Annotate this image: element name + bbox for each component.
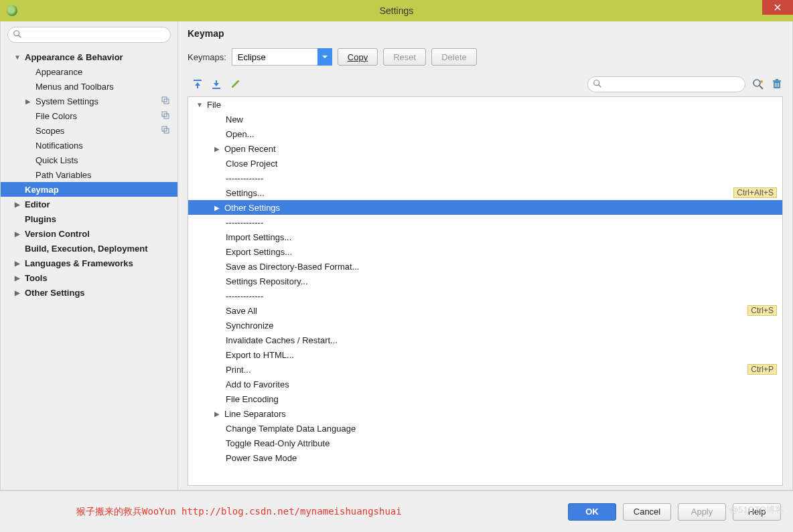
- sidebar-item-path-variables[interactable]: Path Variables: [1, 167, 177, 182]
- action-row[interactable]: New: [188, 112, 782, 126]
- shortcut-badge: Ctrl+S: [747, 305, 777, 316]
- sidebar-item-scopes[interactable]: Scopes: [1, 123, 177, 138]
- action-row[interactable]: Change Template Data Language: [188, 421, 782, 436]
- svg-point-15: [753, 80, 760, 86]
- sidebar-item-label: Build, Execution, Deployment: [22, 244, 147, 254]
- sidebar-item-label: Keymap: [22, 185, 59, 195]
- action-row[interactable]: Settings Repository...: [188, 274, 782, 288]
- action-tree: ▼FileNewOpen...▶Open RecentClose Project…: [188, 96, 783, 486]
- scope-icon: [161, 111, 169, 119]
- expand-all-icon[interactable]: [192, 78, 204, 90]
- sidebar-item-appearance-behavior[interactable]: ▼Appearance & Behavior: [1, 50, 177, 64]
- action-row[interactable]: Print...Ctrl+P: [188, 362, 782, 377]
- action-row[interactable]: Close Project: [188, 156, 782, 171]
- action-row[interactable]: Power Save Mode: [188, 450, 782, 465]
- svg-rect-11: [216, 80, 217, 84]
- action-row[interactable]: Save AllCtrl+S: [188, 303, 782, 318]
- action-row[interactable]: -------------: [188, 171, 782, 185]
- sidebar-item-system-settings[interactable]: ▶System Settings: [1, 94, 177, 108]
- action-row[interactable]: Toggle Read-Only Attribute: [188, 436, 782, 450]
- svg-rect-20: [776, 79, 778, 80]
- sidebar-item-tools[interactable]: ▶Tools: [1, 270, 177, 285]
- sidebar-item-editor[interactable]: ▶Editor: [1, 197, 177, 211]
- action-row[interactable]: Export to HTML...: [188, 347, 782, 362]
- sidebar-search: [7, 27, 171, 43]
- trash-icon[interactable]: [771, 78, 783, 90]
- copy-button-label: Copy: [348, 52, 368, 62]
- action-row[interactable]: Export Settings...: [188, 244, 782, 259]
- find-by-shortcut-icon[interactable]: [752, 78, 764, 90]
- action-row[interactable]: ▶Line Separators: [188, 406, 782, 421]
- search-icon: [13, 29, 22, 39]
- sidebar-item-quick-lists[interactable]: Quick Lists: [1, 153, 177, 167]
- sidebar-item-plugins[interactable]: Plugins: [1, 211, 177, 226]
- sidebar-item-version-control[interactable]: ▶Version Control: [1, 226, 177, 241]
- reset-button[interactable]: Reset: [383, 48, 426, 66]
- action-label: Change Template Data Language: [223, 424, 782, 434]
- sidebar-item-keymap[interactable]: Keymap: [1, 182, 177, 197]
- action-row[interactable]: -------------: [188, 288, 782, 303]
- keymaps-combo[interactable]: [232, 48, 332, 66]
- action-row[interactable]: Add to Favorites: [188, 377, 782, 391]
- sidebar-item-file-colors[interactable]: File Colors: [1, 108, 177, 123]
- chevron-right-icon[interactable]: ▶: [13, 230, 22, 238]
- apply-button[interactable]: Apply: [678, 503, 726, 521]
- chevron-right-icon[interactable]: ▶: [23, 98, 33, 105]
- edit-icon[interactable]: [229, 78, 241, 90]
- chevron-right-icon[interactable]: ▶: [212, 410, 222, 418]
- chevron-right-icon[interactable]: ▶: [13, 260, 22, 267]
- action-row[interactable]: ▼File: [188, 97, 782, 112]
- action-row[interactable]: Synchronize: [188, 318, 782, 333]
- svg-point-17: [760, 80, 763, 83]
- action-row[interactable]: Settings...Ctrl+Alt+S: [188, 185, 782, 200]
- help-button[interactable]: Help: [733, 503, 781, 521]
- action-row[interactable]: ▶Other Settings: [188, 200, 782, 215]
- chevron-right-icon[interactable]: ▶: [212, 145, 222, 153]
- scope-icon: [161, 96, 169, 104]
- svg-point-13: [594, 80, 599, 86]
- sidebar-item-menus-and-toolbars[interactable]: Menus and Toolbars: [1, 79, 177, 94]
- collapse-all-icon[interactable]: [210, 78, 222, 90]
- action-row[interactable]: Import Settings...: [188, 230, 782, 244]
- window-close-button[interactable]: [762, 0, 793, 15]
- action-row[interactable]: ▶Open Recent: [188, 141, 782, 156]
- chevron-down-icon[interactable]: ▼: [195, 101, 204, 108]
- sidebar-item-notifications[interactable]: Notifications: [1, 138, 177, 153]
- chevron-right-icon[interactable]: ▶: [13, 289, 22, 296]
- sidebar-item-languages-frameworks[interactable]: ▶Languages & Frameworks: [1, 256, 177, 270]
- sidebar-item-build-execution-deployment[interactable]: Build, Execution, Deployment: [1, 241, 177, 256]
- action-label: Import Settings...: [223, 232, 782, 242]
- cancel-button[interactable]: Cancel: [623, 503, 671, 521]
- chevron-right-icon[interactable]: ▶: [13, 201, 22, 208]
- sidebar-item-label: Plugins: [22, 214, 56, 224]
- action-label: -------------: [223, 291, 782, 301]
- action-label: Export to HTML...: [223, 350, 782, 360]
- action-label: -------------: [223, 173, 782, 183]
- action-row[interactable]: Open...: [188, 126, 782, 141]
- chevron-down-icon[interactable]: ▼: [13, 54, 22, 61]
- action-row[interactable]: -------------: [188, 215, 782, 230]
- action-label: Print...: [223, 365, 747, 375]
- action-search-input[interactable]: [587, 76, 745, 92]
- sidebar-item-label: System Settings: [33, 96, 98, 106]
- sidebar-item-appearance[interactable]: Appearance: [1, 64, 177, 79]
- action-row[interactable]: Save as Directory-Based Format...: [188, 259, 782, 274]
- chevron-down-icon[interactable]: [317, 48, 332, 66]
- window-title: Settings: [380, 5, 414, 16]
- action-row[interactable]: File Encoding: [188, 391, 782, 406]
- chevron-right-icon[interactable]: ▶: [13, 274, 22, 282]
- ok-button[interactable]: OK: [568, 503, 616, 521]
- sidebar-search-input[interactable]: [7, 27, 171, 43]
- action-label: Line Separators: [222, 409, 782, 419]
- svg-rect-9: [197, 85, 198, 88]
- action-row[interactable]: Invalidate Caches / Restart...: [188, 333, 782, 347]
- action-label: Other Settings: [222, 203, 782, 213]
- sidebar-item-label: Version Control: [22, 229, 90, 239]
- chevron-right-icon[interactable]: ▶: [212, 204, 222, 211]
- settings-tree[interactable]: ▼Appearance & BehaviorAppearanceMenus an…: [1, 50, 177, 490]
- sidebar-item-other-settings[interactable]: ▶Other Settings: [1, 285, 177, 300]
- delete-button[interactable]: Delete: [431, 48, 477, 66]
- copy-button[interactable]: Copy: [338, 48, 378, 66]
- svg-line-14: [599, 85, 601, 88]
- action-search: [587, 76, 745, 92]
